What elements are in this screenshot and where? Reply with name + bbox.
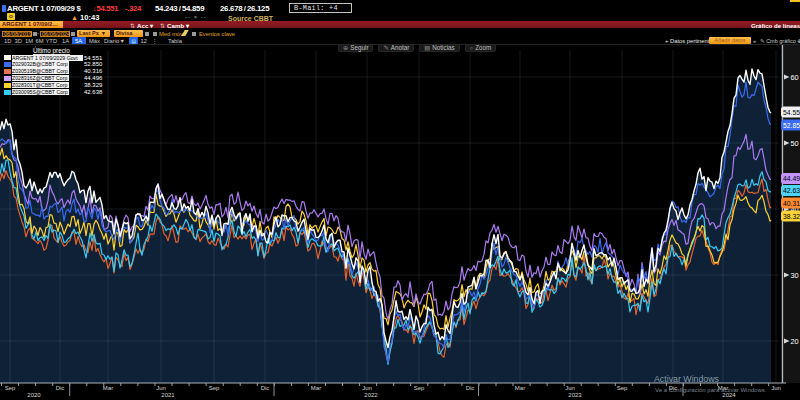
svg-text:Jun: Jun: [565, 385, 575, 391]
svg-text:Mar: Mar: [103, 385, 113, 391]
svg-text:Sep: Sep: [209, 385, 220, 391]
svg-text:44.49: 44.49: [783, 175, 800, 182]
svg-text:2021: 2021: [161, 392, 175, 398]
svg-text:Dic: Dic: [56, 385, 65, 391]
svg-text:Sep: Sep: [5, 385, 16, 391]
svg-text:2020: 2020: [27, 392, 41, 398]
svg-text:2022: 2022: [364, 392, 378, 398]
svg-text:38.32: 38.32: [783, 213, 800, 220]
svg-text:Dic: Dic: [466, 385, 475, 391]
svg-text:Jun: Jun: [771, 385, 781, 391]
svg-text:Mar: Mar: [515, 385, 525, 391]
svg-text:2023: 2023: [568, 392, 582, 398]
svg-text:Mar: Mar: [311, 385, 321, 391]
svg-text:Jun: Jun: [362, 385, 372, 391]
svg-text:Sep: Sep: [414, 385, 425, 391]
svg-text:42.63: 42.63: [783, 187, 800, 194]
svg-text:50: 50: [791, 139, 799, 148]
svg-text:Jun: Jun: [156, 385, 166, 391]
svg-text:52.85: 52.85: [783, 122, 800, 129]
svg-text:Sep: Sep: [617, 385, 628, 391]
svg-text:Activar Windows: Activar Windows: [654, 374, 720, 384]
svg-text:40.31: 40.31: [783, 200, 800, 207]
svg-text:60: 60: [791, 73, 799, 82]
svg-text:Dic: Dic: [261, 385, 270, 391]
svg-text:2024: 2024: [722, 392, 736, 398]
svg-text:20: 20: [791, 337, 799, 346]
svg-text:54.55: 54.55: [783, 109, 800, 116]
svg-text:Ve a Configuración para activa: Ve a Configuración para activar Windows.: [655, 387, 767, 393]
svg-text:30: 30: [791, 271, 799, 280]
